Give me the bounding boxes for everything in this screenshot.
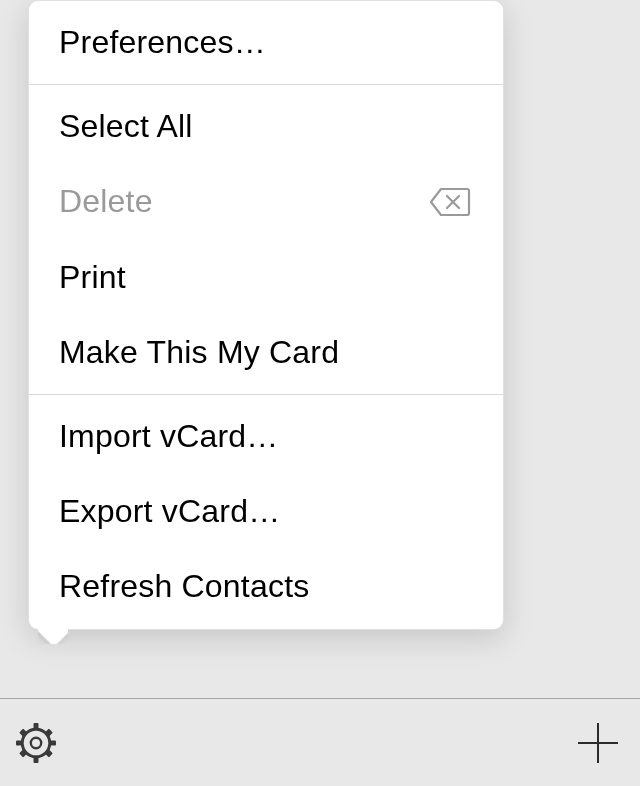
svg-rect-5 — [16, 740, 22, 745]
menu-item-make-my-card[interactable]: Make This My Card — [29, 315, 503, 390]
menu-item-label: Refresh Contacts — [59, 565, 309, 608]
toolbar — [0, 698, 640, 786]
menu-item-label: Delete — [59, 180, 153, 223]
svg-point-12 — [23, 729, 50, 756]
plus-icon[interactable] — [574, 719, 622, 767]
menu-item-import-vcard[interactable]: Import vCard… — [29, 399, 503, 474]
menu-item-delete: Delete — [29, 164, 503, 239]
menu-item-label: Preferences… — [59, 21, 266, 64]
svg-rect-3 — [34, 723, 39, 729]
menu-item-export-vcard[interactable]: Export vCard… — [29, 474, 503, 549]
menu-item-label: Export vCard… — [59, 490, 280, 533]
menu-item-label: Make This My Card — [59, 331, 339, 374]
menu-item-label: Print — [59, 256, 126, 299]
menu-item-label: Import vCard… — [59, 415, 279, 458]
menu-item-refresh-contacts[interactable]: Refresh Contacts — [29, 549, 503, 624]
menu-item-preferences[interactable]: Preferences… — [29, 5, 503, 80]
delete-left-icon — [429, 187, 471, 217]
svg-rect-6 — [50, 740, 56, 745]
popover-tail — [38, 628, 68, 644]
menu-item-print[interactable]: Print — [29, 240, 503, 315]
menu-item-label: Select All — [59, 105, 193, 148]
settings-popover: Preferences… Select All Delete Print Mak… — [28, 0, 504, 630]
menu-section: Select All Delete Print Make This My Car… — [29, 85, 503, 394]
gear-icon[interactable] — [12, 719, 60, 767]
menu-section: Preferences… — [29, 1, 503, 84]
svg-rect-4 — [34, 757, 39, 763]
menu-item-select-all[interactable]: Select All — [29, 89, 503, 164]
menu-section: Import vCard… Export vCard… Refresh Cont… — [29, 395, 503, 629]
